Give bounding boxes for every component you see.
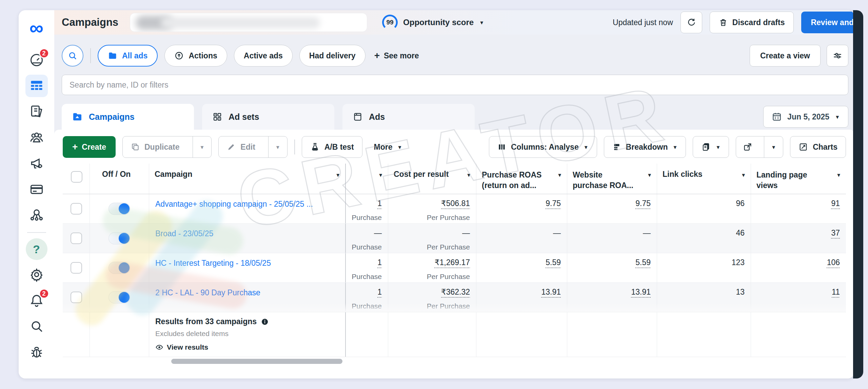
review-and-publish-button[interactable]: Review and (801, 12, 854, 33)
ab-test-button[interactable]: A/B test (302, 136, 362, 158)
sidebar-item-report-bug[interactable] (25, 341, 48, 363)
header-website-purchase-roas[interactable]: Website purchase ROA... ▼ (567, 164, 657, 194)
chart-icon (798, 142, 808, 152)
roas-value[interactable]: 5.59 (546, 258, 561, 267)
see-more-button[interactable]: + See more (374, 51, 419, 60)
sidebar-item-campaigns[interactable] (25, 75, 48, 97)
scrollbar-thumb[interactable] (171, 359, 342, 364)
campaign-toggle[interactable] (108, 291, 130, 303)
sidebar-item-audiences[interactable] (25, 126, 48, 149)
filter-pill-actions[interactable]: Actions (164, 45, 227, 67)
toggle-knob (119, 292, 130, 303)
edit-split-button: Edit ▼ (218, 136, 287, 158)
date-range-picker[interactable]: Jun 5, 2025 ▼ (763, 106, 848, 128)
create-label: Create (82, 143, 106, 152)
duplicate-button[interactable]: Duplicate (123, 136, 188, 158)
header-landing-page-views[interactable]: Landing page views ▼ (751, 164, 846, 194)
info-icon[interactable] (261, 318, 269, 326)
header-link-clicks[interactable]: Link clicks ▼ (657, 164, 751, 194)
campaign-link[interactable]: Advantage+ shopping campaign - 25/05/25 … (155, 200, 339, 209)
sidebar-item-advertise[interactable] (25, 152, 48, 174)
account-selector[interactable] (130, 13, 367, 32)
cost-value[interactable]: ₹506.81 (441, 199, 470, 208)
tab-label: Campaigns (89, 112, 135, 122)
chevron-down-icon: ▼ (771, 145, 776, 150)
select-all-checkbox[interactable] (71, 171, 82, 183)
search-input[interactable] (62, 75, 848, 95)
header-label: purchase ROA... (573, 180, 633, 191)
campaign-toggle[interactable] (108, 203, 130, 215)
results-value[interactable]: 1 (377, 288, 382, 297)
sidebar-item-settings[interactable] (25, 263, 48, 286)
export-button[interactable] (736, 136, 759, 158)
chevron-down-icon: ▼ (835, 114, 840, 119)
sidebar-item-ads-reporting[interactable] (25, 100, 48, 123)
create-a-view-label: Create a view (760, 51, 810, 60)
view-settings-button[interactable] (827, 45, 848, 67)
filter-pill-active-ads[interactable]: Active ads (234, 45, 293, 67)
opportunity-score[interactable]: 99 Opportunity score ▼ (382, 15, 484, 30)
columns-button[interactable]: Columns: Analyse ▼ (489, 136, 597, 158)
results-value[interactable]: 1 (377, 258, 382, 267)
sidebar-item-events-manager[interactable] (25, 204, 48, 226)
sidebar-item-billing[interactable] (25, 178, 48, 200)
cost-sub: Per Purchase (390, 302, 470, 310)
sidebar-divider (27, 232, 46, 233)
row-checkbox[interactable] (71, 233, 82, 244)
header-label: views (756, 180, 807, 191)
header-cost-per-result[interactable]: Cost per result ▼ (388, 164, 476, 194)
filter-pill-had-delivery[interactable]: Had delivery (299, 45, 366, 67)
campaign-toggle[interactable] (108, 232, 130, 244)
duplicate-menu-button[interactable]: ▼ (193, 136, 212, 158)
row-checkbox[interactable] (71, 262, 82, 274)
more-button[interactable]: More ▼ (374, 143, 402, 152)
charts-button[interactable]: Charts (790, 136, 846, 158)
campaign-link[interactable]: 2 HC - LAL - 90 Day Purchase (155, 288, 339, 297)
landing-page-views-value[interactable]: 37 (831, 228, 840, 238)
landing-page-views-value[interactable]: 11 (832, 288, 840, 297)
website-roas-value[interactable]: 5.59 (635, 258, 651, 267)
refresh-button[interactable] (680, 12, 702, 33)
landing-page-views-value[interactable]: 91 (831, 199, 840, 208)
campaign-toggle[interactable] (108, 262, 130, 274)
website-roas-value[interactable]: 9.75 (635, 199, 651, 208)
create-button[interactable]: + Create (63, 136, 116, 158)
filter-search-button[interactable] (62, 45, 83, 67)
sidebar-item-notifications[interactable]: 2 (25, 289, 48, 312)
header-results[interactable]: ▼ (346, 164, 388, 194)
people-icon (29, 130, 44, 145)
tab-ads[interactable]: Ads (342, 104, 475, 130)
breakdown-button[interactable]: Breakdown ▼ (604, 136, 686, 158)
meta-logo-icon[interactable]: ∞ (26, 17, 47, 39)
header-campaign[interactable]: Campaign ▼ (149, 164, 346, 194)
header-purchase-roas[interactable]: Purchase ROAS (return on ad... ▼ (476, 164, 567, 194)
tab-ad-sets[interactable]: Ad sets (202, 104, 334, 130)
results-value[interactable]: 1 (377, 199, 382, 208)
reports-button[interactable]: ▼ (693, 136, 729, 158)
campaign-link[interactable]: Broad - 23/05/25 (155, 229, 339, 238)
edit-menu-button[interactable]: ▼ (268, 136, 287, 158)
roas-value[interactable]: 13.91 (541, 288, 561, 297)
overview-badge: 2 (39, 48, 49, 58)
discard-drafts-button[interactable]: Discard drafts (710, 12, 794, 33)
website-roas-value[interactable]: 13.91 (631, 288, 651, 297)
sidebar-item-help[interactable]: ? (26, 238, 47, 260)
row-checkbox[interactable] (71, 203, 82, 215)
filter-pill-all-ads[interactable]: All ads (98, 45, 158, 67)
tab-campaigns[interactable]: Campaigns (62, 104, 194, 130)
sidebar-item-account-overview[interactable]: 2 (25, 49, 48, 71)
view-results-link[interactable]: View results (155, 343, 339, 351)
row-checkbox[interactable] (71, 292, 82, 303)
header-off-on[interactable]: Off / On (90, 164, 149, 194)
landing-page-views-value[interactable]: 106 (827, 258, 840, 267)
export-menu-button[interactable]: ▼ (764, 136, 783, 158)
credit-card-icon (29, 182, 44, 197)
campaign-link[interactable]: HC - Interest Targeting - 18/05/25 (155, 259, 339, 268)
sort-caret-icon: ▼ (741, 170, 746, 178)
sidebar-item-search[interactable] (25, 315, 48, 337)
cost-value[interactable]: ₹1,269.17 (435, 258, 470, 267)
edit-button[interactable]: Edit (219, 136, 263, 158)
create-a-view-button[interactable]: Create a view (750, 45, 821, 67)
roas-value[interactable]: 9.75 (546, 199, 561, 208)
cost-value[interactable]: ₹362.32 (441, 288, 470, 297)
